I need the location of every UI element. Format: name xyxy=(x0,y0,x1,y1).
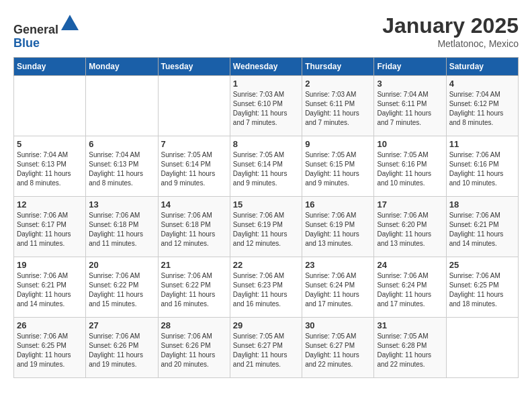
main-title: January 2025 xyxy=(382,13,519,38)
calendar-week-row: 26Sunrise: 7:06 AM Sunset: 6:25 PM Dayli… xyxy=(14,317,519,377)
day-info: Sunrise: 7:05 AM Sunset: 6:27 PM Dayligh… xyxy=(305,332,371,369)
calendar-cell: 9Sunrise: 7:05 AM Sunset: 6:15 PM Daylig… xyxy=(302,136,374,196)
day-number: 17 xyxy=(377,199,443,210)
day-info: Sunrise: 7:05 AM Sunset: 6:14 PM Dayligh… xyxy=(161,150,227,188)
day-number: 11 xyxy=(449,139,515,149)
day-info: Sunrise: 7:03 AM Sunset: 6:11 PM Dayligh… xyxy=(305,90,371,128)
subtitle: Metlatonoc, Mexico xyxy=(382,38,519,49)
day-number: 6 xyxy=(89,139,154,149)
day-info: Sunrise: 7:06 AM Sunset: 6:26 PM Dayligh… xyxy=(89,332,154,369)
day-number: 7 xyxy=(161,139,227,149)
day-header-saturday: Saturday xyxy=(446,57,518,75)
calendar-week-row: 12Sunrise: 7:06 AM Sunset: 6:17 PM Dayli… xyxy=(14,196,519,257)
day-number: 14 xyxy=(161,199,227,210)
day-info: Sunrise: 7:06 AM Sunset: 6:18 PM Dayligh… xyxy=(161,211,227,248)
calendar-header-row: SundayMondayTuesdayWednesdayThursdayFrid… xyxy=(14,57,519,75)
day-number: 18 xyxy=(449,199,515,210)
day-number: 24 xyxy=(377,260,443,270)
calendar-cell: 21Sunrise: 7:06 AM Sunset: 6:22 PM Dayli… xyxy=(158,257,230,317)
calendar-cell: 4Sunrise: 7:04 AM Sunset: 6:12 PM Daylig… xyxy=(446,75,518,136)
day-info: Sunrise: 7:05 AM Sunset: 6:28 PM Dayligh… xyxy=(377,332,443,369)
day-number: 27 xyxy=(89,320,154,330)
day-number: 31 xyxy=(377,320,443,330)
day-info: Sunrise: 7:06 AM Sunset: 6:25 PM Dayligh… xyxy=(449,271,515,309)
calendar-week-row: 19Sunrise: 7:06 AM Sunset: 6:21 PM Dayli… xyxy=(14,257,519,317)
calendar-cell: 27Sunrise: 7:06 AM Sunset: 6:26 PM Dayli… xyxy=(86,317,158,377)
logo: General Blue xyxy=(13,13,80,50)
calendar-cell: 20Sunrise: 7:06 AM Sunset: 6:22 PM Dayli… xyxy=(86,257,158,317)
day-number: 28 xyxy=(161,320,227,330)
day-info: Sunrise: 7:06 AM Sunset: 6:24 PM Dayligh… xyxy=(305,271,371,309)
day-header-thursday: Thursday xyxy=(302,57,374,75)
calendar-cell xyxy=(14,75,86,136)
day-number: 3 xyxy=(377,79,443,89)
day-number: 15 xyxy=(233,199,299,210)
day-info: Sunrise: 7:06 AM Sunset: 6:24 PM Dayligh… xyxy=(377,271,443,309)
day-number: 29 xyxy=(233,320,299,330)
day-number: 30 xyxy=(305,320,371,330)
calendar-cell xyxy=(446,317,518,377)
calendar-cell: 2Sunrise: 7:03 AM Sunset: 6:11 PM Daylig… xyxy=(302,75,374,136)
calendar-cell: 30Sunrise: 7:05 AM Sunset: 6:27 PM Dayli… xyxy=(302,317,374,377)
calendar-cell: 31Sunrise: 7:05 AM Sunset: 6:28 PM Dayli… xyxy=(374,317,446,377)
day-header-monday: Monday xyxy=(86,57,158,75)
calendar-cell: 23Sunrise: 7:06 AM Sunset: 6:24 PM Dayli… xyxy=(302,257,374,317)
calendar-cell: 28Sunrise: 7:06 AM Sunset: 6:26 PM Dayli… xyxy=(158,317,230,377)
day-info: Sunrise: 7:06 AM Sunset: 6:22 PM Dayligh… xyxy=(161,271,227,309)
day-info: Sunrise: 7:05 AM Sunset: 6:14 PM Dayligh… xyxy=(233,150,299,188)
calendar-cell: 29Sunrise: 7:05 AM Sunset: 6:27 PM Dayli… xyxy=(230,317,302,377)
day-info: Sunrise: 7:06 AM Sunset: 6:18 PM Dayligh… xyxy=(89,211,154,248)
calendar-cell: 19Sunrise: 7:06 AM Sunset: 6:21 PM Dayli… xyxy=(14,257,86,317)
day-info: Sunrise: 7:06 AM Sunset: 6:23 PM Dayligh… xyxy=(233,271,299,309)
calendar-cell: 8Sunrise: 7:05 AM Sunset: 6:14 PM Daylig… xyxy=(230,136,302,196)
logo-icon xyxy=(60,13,80,34)
day-number: 23 xyxy=(305,260,371,270)
day-number: 26 xyxy=(17,320,83,330)
day-info: Sunrise: 7:05 AM Sunset: 6:27 PM Dayligh… xyxy=(233,332,299,369)
calendar-cell: 17Sunrise: 7:06 AM Sunset: 6:20 PM Dayli… xyxy=(374,196,446,257)
day-info: Sunrise: 7:03 AM Sunset: 6:10 PM Dayligh… xyxy=(233,90,299,128)
calendar-cell: 15Sunrise: 7:06 AM Sunset: 6:19 PM Dayli… xyxy=(230,196,302,257)
calendar-cell: 6Sunrise: 7:04 AM Sunset: 6:13 PM Daylig… xyxy=(86,136,158,196)
day-info: Sunrise: 7:06 AM Sunset: 6:19 PM Dayligh… xyxy=(233,211,299,248)
day-number: 12 xyxy=(17,199,83,210)
day-info: Sunrise: 7:04 AM Sunset: 6:12 PM Dayligh… xyxy=(449,90,515,128)
day-number: 21 xyxy=(161,260,227,270)
day-info: Sunrise: 7:06 AM Sunset: 6:21 PM Dayligh… xyxy=(17,271,83,309)
day-info: Sunrise: 7:06 AM Sunset: 6:22 PM Dayligh… xyxy=(89,271,154,309)
logo-general: General xyxy=(13,23,58,36)
svg-marker-0 xyxy=(61,15,79,30)
day-info: Sunrise: 7:04 AM Sunset: 6:11 PM Dayligh… xyxy=(377,90,443,128)
day-number: 22 xyxy=(233,260,299,270)
day-number: 19 xyxy=(17,260,83,270)
day-info: Sunrise: 7:06 AM Sunset: 6:21 PM Dayligh… xyxy=(449,211,515,248)
calendar-cell: 12Sunrise: 7:06 AM Sunset: 6:17 PM Dayli… xyxy=(14,196,86,257)
calendar-cell: 16Sunrise: 7:06 AM Sunset: 6:19 PM Dayli… xyxy=(302,196,374,257)
day-info: Sunrise: 7:05 AM Sunset: 6:15 PM Dayligh… xyxy=(305,150,371,188)
calendar-week-row: 1Sunrise: 7:03 AM Sunset: 6:10 PM Daylig… xyxy=(14,75,519,136)
day-header-sunday: Sunday xyxy=(14,57,86,75)
calendar-cell: 24Sunrise: 7:06 AM Sunset: 6:24 PM Dayli… xyxy=(374,257,446,317)
logo-blue: Blue xyxy=(13,36,40,50)
day-info: Sunrise: 7:06 AM Sunset: 6:19 PM Dayligh… xyxy=(305,211,371,248)
day-number: 13 xyxy=(89,199,154,210)
calendar-table: SundayMondayTuesdayWednesdayThursdayFrid… xyxy=(13,57,519,378)
calendar-cell: 3Sunrise: 7:04 AM Sunset: 6:11 PM Daylig… xyxy=(374,75,446,136)
day-info: Sunrise: 7:04 AM Sunset: 6:13 PM Dayligh… xyxy=(89,150,154,188)
calendar-cell: 13Sunrise: 7:06 AM Sunset: 6:18 PM Dayli… xyxy=(86,196,158,257)
calendar-cell: 22Sunrise: 7:06 AM Sunset: 6:23 PM Dayli… xyxy=(230,257,302,317)
day-info: Sunrise: 7:06 AM Sunset: 6:16 PM Dayligh… xyxy=(449,150,515,188)
calendar-body: 1Sunrise: 7:03 AM Sunset: 6:10 PM Daylig… xyxy=(14,75,519,377)
day-info: Sunrise: 7:06 AM Sunset: 6:20 PM Dayligh… xyxy=(377,211,443,248)
calendar-cell: 18Sunrise: 7:06 AM Sunset: 6:21 PM Dayli… xyxy=(446,196,518,257)
title-block: January 2025 Metlatonoc, Mexico xyxy=(382,13,519,49)
day-number: 4 xyxy=(449,79,515,89)
calendar-cell xyxy=(86,75,158,136)
day-number: 2 xyxy=(305,79,371,89)
day-header-wednesday: Wednesday xyxy=(230,57,302,75)
day-info: Sunrise: 7:06 AM Sunset: 6:25 PM Dayligh… xyxy=(17,332,83,369)
calendar-cell: 7Sunrise: 7:05 AM Sunset: 6:14 PM Daylig… xyxy=(158,136,230,196)
day-number: 8 xyxy=(233,139,299,149)
day-info: Sunrise: 7:05 AM Sunset: 6:16 PM Dayligh… xyxy=(377,150,443,188)
day-number: 5 xyxy=(17,139,83,149)
